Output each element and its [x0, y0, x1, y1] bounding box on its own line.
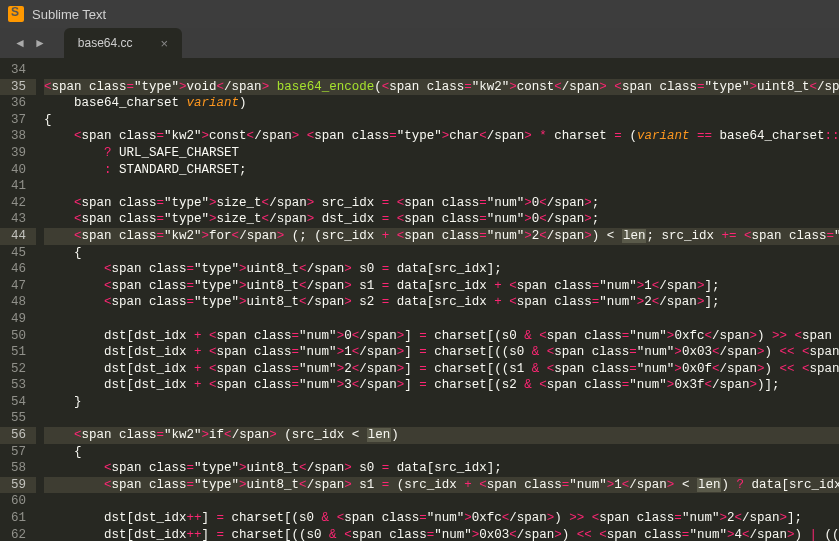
- line-number: 54: [6, 394, 26, 411]
- line-number: 55: [6, 410, 26, 427]
- line-number: 56: [0, 427, 36, 444]
- code-line[interactable]: dst[dst_idx++] = charset[((s0 & <span cl…: [44, 527, 839, 541]
- line-number: 40: [6, 162, 26, 179]
- line-number: 34: [6, 62, 26, 79]
- code-line[interactable]: [44, 493, 839, 510]
- code-line[interactable]: base64_charset variant): [44, 95, 839, 112]
- code-line[interactable]: dst[dst_idx + <span class="num">3</span>…: [44, 377, 839, 394]
- code-line[interactable]: [44, 311, 839, 328]
- code-line[interactable]: [44, 410, 839, 427]
- code-line[interactable]: }: [44, 394, 839, 411]
- line-number: 43: [6, 211, 26, 228]
- close-icon[interactable]: ×: [160, 36, 168, 51]
- line-number: 42: [6, 195, 26, 212]
- code-line[interactable]: <span class="type">uint8_t</span> s0 = d…: [44, 460, 839, 477]
- code-line[interactable]: <span class="type">uint8_t</span> s0 = d…: [44, 261, 839, 278]
- line-number: 60: [6, 493, 26, 510]
- nav-back-icon[interactable]: ◄: [14, 36, 26, 50]
- line-number: 52: [6, 361, 26, 378]
- code-line[interactable]: dst[dst_idx + <span class="num">1</span>…: [44, 344, 839, 361]
- code-line[interactable]: [44, 178, 839, 195]
- line-number: 58: [6, 460, 26, 477]
- code-content[interactable]: <span class="type">void</span> base64_en…: [36, 58, 839, 541]
- code-line[interactable]: dst[dst_idx + <span class="num">2</span>…: [44, 361, 839, 378]
- editor-pane: ◄ ► base64.cc × 343536373839404142434445…: [0, 28, 839, 541]
- line-number: 41: [6, 178, 26, 195]
- line-number: 39: [6, 145, 26, 162]
- code-line[interactable]: {: [44, 444, 839, 461]
- line-number: 50: [6, 328, 26, 345]
- code-line[interactable]: <span class="kw2">const</span> <span cla…: [44, 128, 839, 145]
- window-title: Sublime Text: [32, 7, 106, 22]
- line-number: 35: [0, 79, 36, 96]
- code-area[interactable]: 3435363738394041424344454647484950515253…: [0, 58, 839, 541]
- code-line[interactable]: <span class="kw2">for</span> (; (src_idx…: [44, 228, 839, 245]
- line-number: 45: [6, 245, 26, 262]
- line-number: 53: [6, 377, 26, 394]
- titlebar: Sublime Text: [0, 0, 839, 28]
- code-line[interactable]: <span class="kw2">if</span> (src_idx < l…: [44, 427, 839, 444]
- tab-label: base64.cc: [78, 36, 133, 50]
- line-number: 48: [6, 294, 26, 311]
- code-line[interactable]: <span class="type">size_t</span> dst_idx…: [44, 211, 839, 228]
- line-number: 62: [6, 527, 26, 541]
- code-line[interactable]: <span class="type">uint8_t</span> s1 = (…: [44, 477, 839, 494]
- line-number: 61: [6, 510, 26, 527]
- code-line[interactable]: dst[dst_idx++] = charset[(s0 & <span cla…: [44, 510, 839, 527]
- code-line[interactable]: <span class="type">void</span> base64_en…: [44, 79, 839, 96]
- code-line[interactable]: <span class="type">uint8_t</span> s2 = d…: [44, 294, 839, 311]
- nav-forward-icon[interactable]: ►: [34, 36, 46, 50]
- line-number: 46: [6, 261, 26, 278]
- code-line[interactable]: [44, 62, 839, 79]
- line-number: 44: [0, 228, 36, 245]
- tab-bar: ◄ ► base64.cc ×: [0, 28, 839, 58]
- code-line[interactable]: <span class="type">uint8_t</span> s1 = d…: [44, 278, 839, 295]
- tab-active[interactable]: base64.cc ×: [64, 28, 182, 58]
- line-number: 37: [6, 112, 26, 129]
- line-number: 57: [6, 444, 26, 461]
- code-line[interactable]: ? URL_SAFE_CHARSET: [44, 145, 839, 162]
- line-number: 49: [6, 311, 26, 328]
- line-number: 36: [6, 95, 26, 112]
- line-number: 38: [6, 128, 26, 145]
- code-line[interactable]: : STANDARD_CHARSET;: [44, 162, 839, 179]
- code-line[interactable]: <span class="type">size_t</span> src_idx…: [44, 195, 839, 212]
- line-number: 47: [6, 278, 26, 295]
- gutter: 3435363738394041424344454647484950515253…: [0, 58, 36, 541]
- line-number: 59: [0, 477, 36, 494]
- code-line[interactable]: {: [44, 245, 839, 262]
- line-number: 51: [6, 344, 26, 361]
- code-line[interactable]: {: [44, 112, 839, 129]
- code-line[interactable]: dst[dst_idx + <span class="num">0</span>…: [44, 328, 839, 345]
- app-icon: [8, 6, 24, 22]
